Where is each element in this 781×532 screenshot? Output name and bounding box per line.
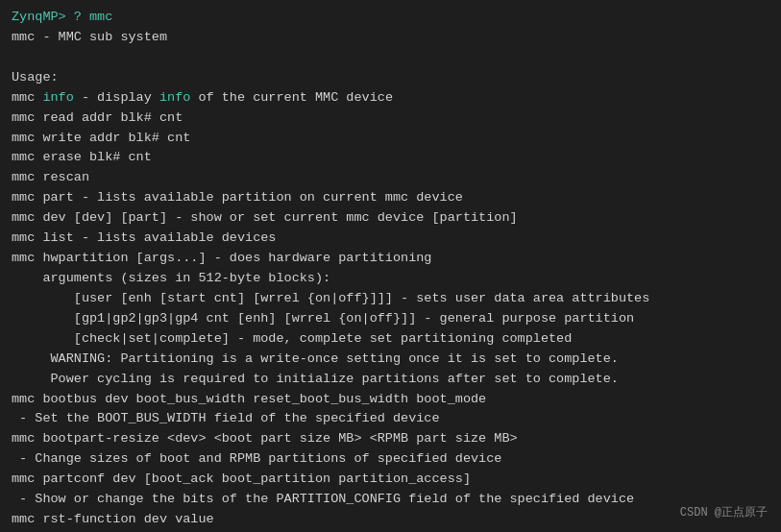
line-15: [user [enh [start cnt] [wrrel {on|off}]]… xyxy=(12,289,769,309)
terminal-window[interactable]: ZynqMP> ? mmc mmc - MMC sub system Usage… xyxy=(0,0,781,532)
line-19: Power cycling is required to initialize … xyxy=(12,370,769,390)
line-8: mmc erase blk# cnt xyxy=(12,148,769,168)
line-5: mmc info - display info of the current M… xyxy=(12,88,769,109)
text-13: mmc hwpartition [args...] - does hardwar… xyxy=(12,251,431,265)
line-3 xyxy=(12,48,769,68)
text-5e: of the current MMC device xyxy=(190,90,393,105)
line-24: mmc partconf dev [boot_ack boot_partitio… xyxy=(12,470,769,490)
line-17: [check|set|complete] - mode, complete se… xyxy=(12,329,769,350)
text-25: - Show or change the bits of the PARTITI… xyxy=(12,492,634,506)
text-17: [check|set|complete] - mode, complete se… xyxy=(12,331,572,346)
text-26: mmc rst-function dev value xyxy=(12,512,214,526)
text-7: mmc write addr blk# cnt xyxy=(12,131,190,145)
line-7: mmc write addr blk# cnt xyxy=(12,129,769,149)
line-10: mmc part - lists available partition on … xyxy=(12,188,769,208)
line-1: ZynqMP> ? mmc xyxy=(12,8,769,28)
text-12: mmc list - lists available devices xyxy=(12,230,276,245)
terminal-output: ZynqMP> ? mmc mmc - MMC sub system Usage… xyxy=(12,8,769,532)
line-18: WARNING: Partitioning is a write-once se… xyxy=(12,350,769,370)
text-5c: - display xyxy=(74,90,159,105)
text-5a: mmc xyxy=(12,90,42,105)
line-11: mmc dev [dev] [part] - show or set curre… xyxy=(12,208,769,229)
text-8: mmc erase blk# cnt xyxy=(12,150,152,164)
line-26: mmc rst-function dev value xyxy=(12,510,769,530)
line-22: mmc bootpart-resize <dev> <boot part siz… xyxy=(12,429,769,449)
text-19: Power cycling is required to initialize … xyxy=(12,372,619,386)
line-23: - Change sizes of boot and RPMB partitio… xyxy=(12,449,769,470)
text-20: mmc bootbus dev boot_bus_width reset_boo… xyxy=(12,392,486,406)
text-9: mmc rescan xyxy=(12,170,89,184)
text-11: mmc dev [dev] [part] - show or set curre… xyxy=(12,210,518,225)
line-25: - Show or change the bits of the PARTITI… xyxy=(12,490,769,510)
text-22: mmc bootpart-resize <dev> <boot part siz… xyxy=(12,431,518,446)
watermark: CSDN @正点原子 xyxy=(680,504,768,522)
text-5d-info: info xyxy=(159,90,190,105)
text-15: [user [enh [start cnt] [wrrel {on|off}]]… xyxy=(12,291,649,305)
text-23: - Change sizes of boot and RPMB partitio… xyxy=(12,451,501,466)
line-12: mmc list - lists available devices xyxy=(12,229,769,249)
line-4: Usage: xyxy=(12,68,769,88)
text-5b-info: info xyxy=(42,90,73,105)
text-18: WARNING: Partitioning is a write-once se… xyxy=(12,351,619,366)
text-10: mmc part - lists available partition on … xyxy=(12,190,463,205)
text-16: [gp1|gp2|gp3|gp4 cnt [enh] [wrrel {on|of… xyxy=(12,311,634,326)
line-9: mmc rescan xyxy=(12,168,769,188)
text-6: mmc read addr blk# cnt xyxy=(12,110,183,125)
text-24: mmc partconf dev [boot_ack boot_partitio… xyxy=(12,472,471,486)
line-20: mmc bootbus dev boot_bus_width reset_boo… xyxy=(12,390,769,410)
line-21: - Set the BOOT_BUS_WIDTH field of the sp… xyxy=(12,409,769,429)
text-2: mmc - MMC sub system xyxy=(12,30,167,44)
text-prompt-1: ZynqMP> ? mmc xyxy=(12,10,112,24)
line-14: arguments (sizes in 512-byte blocks): xyxy=(12,269,769,289)
line-2: mmc - MMC sub system xyxy=(12,28,769,48)
text-21: - Set the BOOT_BUS_WIDTH field of the sp… xyxy=(12,411,440,425)
line-13: mmc hwpartition [args...] - does hardwar… xyxy=(12,249,769,269)
line-16: [gp1|gp2|gp3|gp4 cnt [enh] [wrrel {on|of… xyxy=(12,309,769,329)
text-4: Usage: xyxy=(12,70,59,85)
line-6: mmc read addr blk# cnt xyxy=(12,109,769,129)
text-14: arguments (sizes in 512-byte blocks): xyxy=(12,271,330,285)
